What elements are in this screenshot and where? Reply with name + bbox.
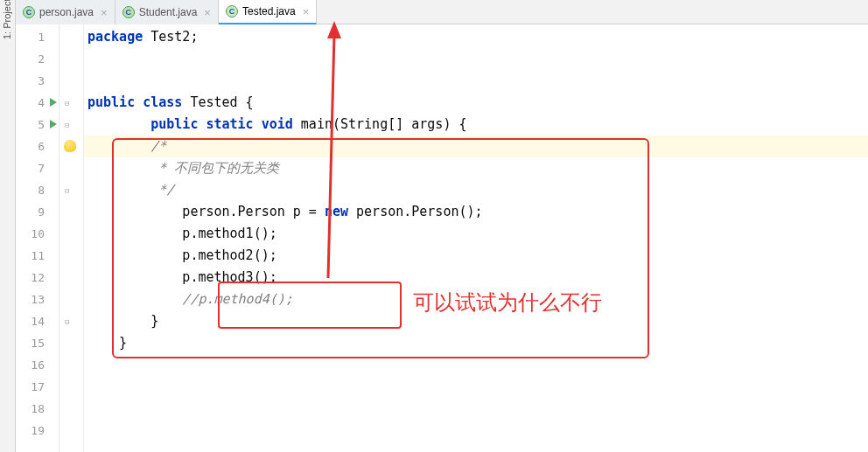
icon-gutter: ⊟ ⊟ ⊟ ⊟ <box>60 24 84 452</box>
run-gutter-icon[interactable] <box>50 120 57 129</box>
line-number: 10 <box>16 223 59 245</box>
close-icon[interactable]: × <box>303 5 310 18</box>
run-gutter-icon[interactable] <box>50 98 57 107</box>
line-number: 2 <box>16 48 59 70</box>
tab-label: person.java <box>39 6 94 18</box>
tab-student[interactable]: C Student.java × <box>116 0 219 24</box>
line-number: 14 <box>16 310 59 332</box>
line-number: 1 <box>16 26 59 48</box>
tool-window-strip[interactable]: 1: Project <box>0 0 16 452</box>
fold-icon[interactable]: ⊟ <box>65 99 73 107</box>
java-class-icon: C <box>226 5 238 17</box>
line-number: 5 <box>16 114 59 136</box>
line-number: 8 <box>16 179 59 201</box>
line-number: 19 <box>16 420 59 442</box>
line-number: 15 <box>16 332 59 354</box>
line-number: 18 <box>16 398 59 420</box>
line-number: 12 <box>16 267 59 289</box>
line-number: 11 <box>16 245 59 267</box>
line-number: 13 <box>16 289 59 310</box>
line-number: 7 <box>16 157 59 179</box>
tab-person[interactable]: C person.java × <box>16 0 116 24</box>
close-icon[interactable]: × <box>101 6 108 19</box>
line-number: 16 <box>16 354 59 376</box>
java-class-icon: C <box>122 6 135 18</box>
line-number-gutter: 1 2 3 4 5 6 7 8 9 10 11 12 13 14 15 16 1… <box>16 24 60 452</box>
line-number: 17 <box>16 376 59 398</box>
editor-tabs: C person.java × C Student.java × C Teste… <box>16 0 868 24</box>
tab-tested[interactable]: C Tested.java × <box>219 0 317 24</box>
code-editor[interactable]: 1 2 3 4 5 6 7 8 9 10 11 12 13 14 15 16 1… <box>16 24 868 452</box>
tab-label: Tested.java <box>242 5 296 17</box>
line-number: 6 <box>16 136 59 157</box>
line-number: 4 <box>16 92 59 114</box>
tab-label: Student.java <box>139 6 198 18</box>
fold-end-icon[interactable]: ⊟ <box>65 186 73 194</box>
fold-end-icon[interactable]: ⊟ <box>65 317 73 325</box>
close-icon[interactable]: × <box>204 6 211 19</box>
fold-icon[interactable]: ⊟ <box>65 121 73 129</box>
intention-bulb-icon[interactable] <box>64 140 76 152</box>
code-text-area[interactable]: package Test2; public class Tested { pub… <box>84 24 868 452</box>
line-number: 9 <box>16 201 59 223</box>
java-class-icon: C <box>23 6 35 18</box>
project-tool-label[interactable]: 1: Project <box>2 0 12 39</box>
line-number: 3 <box>16 70 59 92</box>
